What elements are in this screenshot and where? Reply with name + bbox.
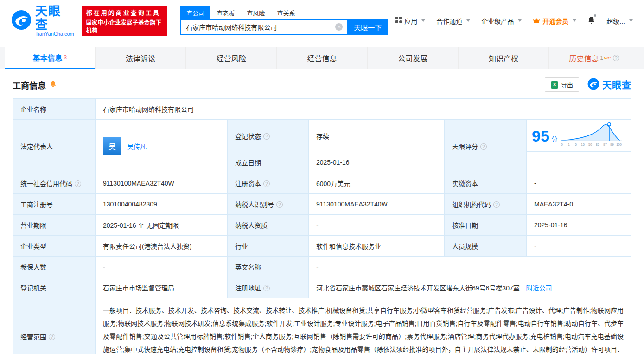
svg-text:97: 97 [603,143,607,146]
history-help-icon[interactable] [613,55,619,61]
tianyancha-logo-icon [11,10,32,32]
business-term-value: 2025-01-16 至 无固定期限 [96,214,228,235]
english-name-value: - [309,256,631,277]
insured-label: 参保人数 [13,256,96,277]
subscribe-bell-icon[interactable] [50,80,57,89]
business-scope-help-icon[interactable] [49,334,55,340]
top-header: 天眼查 TianYanCha.com 都在用的商业查询工具 国家中小企业发展子基… [0,0,644,40]
legal-rep-avatar[interactable]: 吴 [103,137,121,155]
taxpayer-quality-value: - [309,214,445,235]
reg-capital-help-icon[interactable] [263,180,270,187]
reg-capital-value: 6000万美元 [309,173,445,193]
tab-operation-risk[interactable]: 经营风险 [185,47,276,69]
reg-address-help-icon[interactable] [263,285,270,291]
nav-apps[interactable]: 应用 [395,16,425,26]
tab-company-development[interactable]: 公司发展 [367,47,458,69]
table-row: 营业期限 2025-01-16 至 无固定期限 纳税人资质 - 核准日期 202… [13,214,631,235]
legal-rep-label: 法定代表人 [13,120,96,173]
reg-capital-label-cell: 注册资本 [228,173,309,193]
nav-enterprise-products[interactable]: 企业级产品 [481,16,522,26]
watermark-logo-icon [587,78,599,91]
taxpayer-quality-label: 纳税人资质 [228,214,309,235]
main-content: 工商信息 导出 天眼查 [0,69,644,354]
uscc-label-cell: 统一社会信用代码 [13,173,96,193]
export-label: 导出 [561,80,573,89]
table-row: 工商注册号 130100400482309 纳税人识别号 91130100MAE… [13,193,631,214]
approval-date-value: 2025-01-16 [527,214,631,235]
english-name-label: 英文名称 [228,256,309,277]
tab-basic-info[interactable]: 基本信息 3 [5,47,95,69]
nearby-companies-link[interactable]: 附近公司 [526,284,552,292]
tab-operation-info[interactable]: 经营信息 [276,47,367,69]
search-tab-relation[interactable]: 查关系 [271,6,301,19]
svg-text:0: 0 [561,143,563,146]
promo-banner: 都在用的商业查询工具 国家中小企业发展子基金旗下机构 [82,6,168,36]
legal-rep-cell: 吴 吴传凡 [96,120,228,173]
table-row: 经营范围 一般项目：技术服务、技术开发、技术咨询、技术交流、技术转让、技术推广;… [13,298,631,354]
search-tab-risk[interactable]: 查风险 [241,6,271,19]
clear-search-icon[interactable] [335,23,343,31]
company-name-value: 石家庄市哈动网络科技有限公司 [96,99,631,120]
promo-line2: 国家中小企业发展子基金旗下机构 [86,18,163,34]
tianyancha-logo[interactable]: 天眼查 TianYanCha.com [11,5,74,37]
reg-status-help-icon[interactable] [263,133,270,140]
export-button[interactable]: 导出 [545,77,579,92]
nav-open-membership[interactable]: 开通会员 [533,16,576,26]
org-code-label-cell: 组织机构代码 [445,193,527,214]
score-label-cell: 天眼评分 [445,120,527,173]
business-scope-value: 一般项目：技术服务、技术开发、技术咨询、技术交流、技术转让、技术推广;机械设备租… [96,298,631,354]
search-tab-company[interactable]: 查公司 [180,6,210,19]
notification-bell-icon[interactable] [587,16,595,26]
tab-history-info[interactable]: 历史信息 1 VIP [548,47,639,69]
svg-text:1: 1 [568,143,570,146]
search-tab-boss[interactable]: 查老板 [210,6,241,19]
reg-status-value: 存续 [309,120,445,152]
reg-address-cell: 河北省石家庄市藁城区石家庄经济技术开发区塔东大街69号6号楼307室 附近公司 [309,277,631,298]
brand-name: 天眼查 [35,5,74,31]
tab-basic-info-badge: 3 [64,54,67,61]
search-button[interactable]: 天眼一下 [347,19,388,35]
table-row: 企业类型 有限责任公司(港澳台法人独资) 行业 软件和信息技术服务业 人员规模 … [13,235,631,256]
business-term-label: 营业期限 [13,214,96,235]
search-input[interactable] [180,19,347,35]
crown-icon [533,17,540,25]
tab-history-badge: 1 [600,55,604,61]
table-row: 参保人数 - 英文名称 - [13,256,631,277]
company-name-label: 企业名称 [13,99,96,120]
svg-text:85: 85 [596,143,599,146]
tab-legal-litigation[interactable]: 法律诉讼 [95,47,186,69]
taxpayer-id-help-icon[interactable] [276,201,283,208]
promo-line1: 都在用的商业查询工具 [86,8,163,17]
org-code-value: MAEA32T4-0 [527,193,631,214]
company-tab-bar: 基本信息 3 法律诉讼 经营风险 经营信息 公司发展 知识产权 历史信息 1 V… [0,47,644,69]
svg-text:5: 5 [575,143,577,146]
staff-size-label: 人员规模 [445,235,527,256]
tab-intellectual-property[interactable]: 知识产权 [458,47,549,69]
section-title: 工商信息 [13,79,46,91]
tab-basic-info-label: 基本信息 [33,52,63,63]
excel-icon [551,81,558,89]
uscc-help-icon[interactable] [75,180,81,187]
vip-badge: VIP [604,56,611,60]
table-row: 企业名称 石家庄市哈动网络科技有限公司 [13,99,631,120]
est-date-value: 2025-01-16 [309,152,445,173]
paid-capital-label: 实缴资本 [445,173,527,193]
score-distribution-chart: 0 1 5 15 50 85 97 99 100 [560,122,624,149]
legal-rep-link[interactable]: 吴传凡 [127,142,147,151]
est-date-label: 成立日期 [228,152,309,173]
score-help-icon[interactable] [480,143,487,150]
reg-authority-value: 石家庄市市场监督管理局 [96,277,228,298]
table-row: 法定代表人 吴 吴传凡 登记状态 存续 天眼评分 95 分 [13,120,631,152]
nav-user-account[interactable]: 超级... [606,16,633,26]
company-type-label: 企业类型 [13,235,96,256]
reg-number-label: 工商注册号 [13,193,96,214]
svg-text:99: 99 [610,143,614,146]
uscc-value: 91130100MAEA32T40W [96,173,228,193]
org-code-help-icon[interactable] [493,201,500,208]
tianyancha-watermark: 天眼查 [587,78,631,91]
score-value: 95 [532,128,549,144]
svg-text:50: 50 [588,143,592,146]
nav-cooperation[interactable]: 合作通道 [436,16,470,26]
reg-address-label-cell: 注册地址 [228,277,309,298]
nav-cooperation-label: 合作通道 [436,16,462,26]
